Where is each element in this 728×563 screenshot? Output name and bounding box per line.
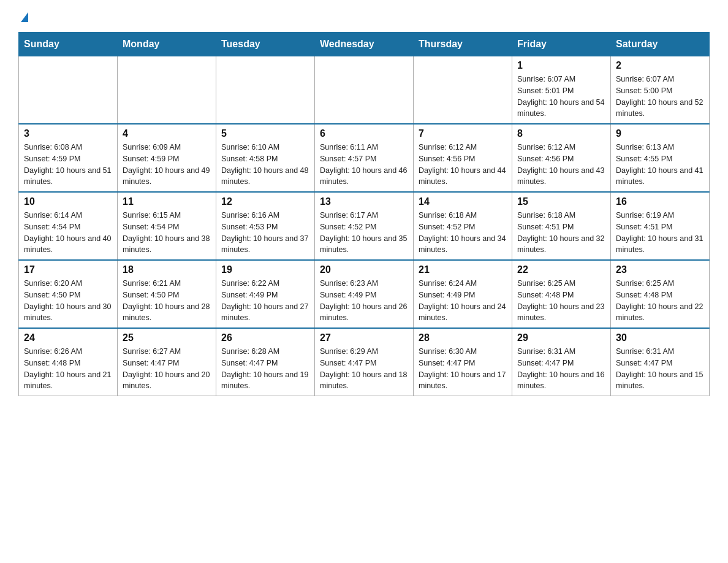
calendar-cell — [315, 56, 414, 124]
day-number: 23 — [616, 264, 704, 275]
calendar-cell: 20Sunrise: 6:23 AMSunset: 4:49 PMDayligh… — [315, 260, 414, 328]
day-info: Sunrise: 6:29 AMSunset: 4:47 PMDaylight:… — [320, 346, 408, 392]
day-number: 2 — [616, 60, 704, 71]
day-info: Sunrise: 6:14 AMSunset: 4:54 PMDaylight:… — [24, 210, 112, 256]
day-number: 24 — [24, 332, 112, 343]
calendar-cell: 1Sunrise: 6:07 AMSunset: 5:01 PMDaylight… — [512, 56, 611, 124]
day-info: Sunrise: 6:20 AMSunset: 4:50 PMDaylight:… — [24, 278, 112, 324]
day-info: Sunrise: 6:17 AMSunset: 4:52 PMDaylight:… — [320, 210, 408, 256]
calendar-cell: 23Sunrise: 6:25 AMSunset: 4:48 PMDayligh… — [611, 260, 710, 328]
calendar-cell: 22Sunrise: 6:25 AMSunset: 4:48 PMDayligh… — [512, 260, 611, 328]
day-info: Sunrise: 6:30 AMSunset: 4:47 PMDaylight:… — [419, 346, 507, 392]
day-number: 26 — [221, 332, 309, 343]
day-number: 18 — [123, 264, 211, 275]
day-info: Sunrise: 6:23 AMSunset: 4:49 PMDaylight:… — [320, 278, 408, 324]
calendar-cell: 2Sunrise: 6:07 AMSunset: 5:00 PMDaylight… — [611, 56, 710, 124]
calendar-cell: 16Sunrise: 6:19 AMSunset: 4:51 PMDayligh… — [611, 192, 710, 260]
day-info: Sunrise: 6:11 AMSunset: 4:57 PMDaylight:… — [320, 142, 408, 188]
calendar-cell: 19Sunrise: 6:22 AMSunset: 4:49 PMDayligh… — [216, 260, 315, 328]
calendar-cell: 3Sunrise: 6:08 AMSunset: 4:59 PMDaylight… — [19, 124, 118, 192]
day-info: Sunrise: 6:18 AMSunset: 4:51 PMDaylight:… — [517, 210, 605, 256]
calendar-week-row: 17Sunrise: 6:20 AMSunset: 4:50 PMDayligh… — [19, 260, 710, 328]
calendar-cell: 6Sunrise: 6:11 AMSunset: 4:57 PMDaylight… — [315, 124, 414, 192]
day-number: 19 — [221, 264, 309, 275]
day-number: 9 — [616, 128, 704, 139]
day-info: Sunrise: 6:25 AMSunset: 4:48 PMDaylight:… — [517, 278, 605, 324]
day-number: 16 — [616, 196, 704, 207]
calendar-cell: 25Sunrise: 6:27 AMSunset: 4:47 PMDayligh… — [118, 328, 216, 396]
calendar-cell: 5Sunrise: 6:10 AMSunset: 4:58 PMDaylight… — [216, 124, 315, 192]
calendar-week-row: 24Sunrise: 6:26 AMSunset: 4:48 PMDayligh… — [19, 328, 710, 396]
day-info: Sunrise: 6:22 AMSunset: 4:49 PMDaylight:… — [221, 278, 309, 324]
day-number: 22 — [517, 264, 605, 275]
day-info: Sunrise: 6:25 AMSunset: 4:48 PMDaylight:… — [616, 278, 704, 324]
calendar-cell: 12Sunrise: 6:16 AMSunset: 4:53 PMDayligh… — [216, 192, 315, 260]
calendar-cell: 7Sunrise: 6:12 AMSunset: 4:56 PMDaylight… — [414, 124, 512, 192]
calendar-cell — [118, 56, 216, 124]
calendar-table: SundayMondayTuesdayWednesdayThursdayFrid… — [18, 32, 710, 396]
calendar-cell: 11Sunrise: 6:15 AMSunset: 4:54 PMDayligh… — [118, 192, 216, 260]
calendar-cell: 27Sunrise: 6:29 AMSunset: 4:47 PMDayligh… — [315, 328, 414, 396]
calendar-cell — [19, 56, 118, 124]
calendar-cell: 10Sunrise: 6:14 AMSunset: 4:54 PMDayligh… — [19, 192, 118, 260]
day-number: 20 — [320, 264, 408, 275]
calendar-cell: 30Sunrise: 6:31 AMSunset: 4:47 PMDayligh… — [611, 328, 710, 396]
day-number: 12 — [221, 196, 309, 207]
calendar-cell — [216, 56, 315, 124]
calendar-cell: 28Sunrise: 6:30 AMSunset: 4:47 PMDayligh… — [414, 328, 512, 396]
day-number: 25 — [123, 332, 211, 343]
calendar-cell: 24Sunrise: 6:26 AMSunset: 4:48 PMDayligh… — [19, 328, 118, 396]
day-info: Sunrise: 6:07 AMSunset: 5:00 PMDaylight:… — [616, 74, 704, 120]
day-info: Sunrise: 6:28 AMSunset: 4:47 PMDaylight:… — [221, 346, 309, 392]
calendar-cell: 26Sunrise: 6:28 AMSunset: 4:47 PMDayligh… — [216, 328, 315, 396]
calendar-cell: 21Sunrise: 6:24 AMSunset: 4:49 PMDayligh… — [414, 260, 512, 328]
calendar-cell: 17Sunrise: 6:20 AMSunset: 4:50 PMDayligh… — [19, 260, 118, 328]
calendar-cell: 18Sunrise: 6:21 AMSunset: 4:50 PMDayligh… — [118, 260, 216, 328]
column-header-friday: Friday — [512, 33, 611, 56]
day-number: 15 — [517, 196, 605, 207]
day-number: 1 — [517, 60, 605, 71]
calendar-cell: 8Sunrise: 6:12 AMSunset: 4:56 PMDaylight… — [512, 124, 611, 192]
day-number: 8 — [517, 128, 605, 139]
calendar-week-row: 1Sunrise: 6:07 AMSunset: 5:01 PMDaylight… — [19, 56, 710, 124]
day-number: 4 — [123, 128, 211, 139]
day-info: Sunrise: 6:16 AMSunset: 4:53 PMDaylight:… — [221, 210, 309, 256]
calendar-cell — [414, 56, 512, 124]
day-info: Sunrise: 6:27 AMSunset: 4:47 PMDaylight:… — [123, 346, 211, 392]
day-number: 11 — [123, 196, 211, 207]
column-header-wednesday: Wednesday — [315, 33, 414, 56]
day-number: 7 — [419, 128, 507, 139]
day-info: Sunrise: 6:09 AMSunset: 4:59 PMDaylight:… — [123, 142, 211, 188]
day-number: 13 — [320, 196, 408, 207]
day-info: Sunrise: 6:31 AMSunset: 4:47 PMDaylight:… — [616, 346, 704, 392]
day-number: 14 — [419, 196, 507, 207]
column-header-sunday: Sunday — [19, 33, 118, 56]
day-info: Sunrise: 6:26 AMSunset: 4:48 PMDaylight:… — [24, 346, 112, 392]
day-number: 17 — [24, 264, 112, 275]
calendar-cell: 29Sunrise: 6:31 AMSunset: 4:47 PMDayligh… — [512, 328, 611, 396]
day-info: Sunrise: 6:24 AMSunset: 4:49 PMDaylight:… — [419, 278, 507, 324]
day-info: Sunrise: 6:13 AMSunset: 4:55 PMDaylight:… — [616, 142, 704, 188]
day-number: 10 — [24, 196, 112, 207]
calendar-cell: 15Sunrise: 6:18 AMSunset: 4:51 PMDayligh… — [512, 192, 611, 260]
day-number: 29 — [517, 332, 605, 343]
day-info: Sunrise: 6:12 AMSunset: 4:56 PMDaylight:… — [517, 142, 605, 188]
day-number: 21 — [419, 264, 507, 275]
day-info: Sunrise: 6:18 AMSunset: 4:52 PMDaylight:… — [419, 210, 507, 256]
day-info: Sunrise: 6:19 AMSunset: 4:51 PMDaylight:… — [616, 210, 704, 256]
day-info: Sunrise: 6:21 AMSunset: 4:50 PMDaylight:… — [123, 278, 211, 324]
calendar-week-row: 3Sunrise: 6:08 AMSunset: 4:59 PMDaylight… — [19, 124, 710, 192]
day-info: Sunrise: 6:08 AMSunset: 4:59 PMDaylight:… — [24, 142, 112, 188]
day-number: 3 — [24, 128, 112, 139]
day-info: Sunrise: 6:12 AMSunset: 4:56 PMDaylight:… — [419, 142, 507, 188]
page-header — [18, 12, 710, 20]
calendar-header-row: SundayMondayTuesdayWednesdayThursdayFrid… — [19, 33, 710, 56]
calendar-cell: 9Sunrise: 6:13 AMSunset: 4:55 PMDaylight… — [611, 124, 710, 192]
column-header-saturday: Saturday — [611, 33, 710, 56]
calendar-cell: 14Sunrise: 6:18 AMSunset: 4:52 PMDayligh… — [414, 192, 512, 260]
day-number: 27 — [320, 332, 408, 343]
day-info: Sunrise: 6:31 AMSunset: 4:47 PMDaylight:… — [517, 346, 605, 392]
column-header-monday: Monday — [118, 33, 216, 56]
column-header-tuesday: Tuesday — [216, 33, 315, 56]
calendar-cell: 13Sunrise: 6:17 AMSunset: 4:52 PMDayligh… — [315, 192, 414, 260]
